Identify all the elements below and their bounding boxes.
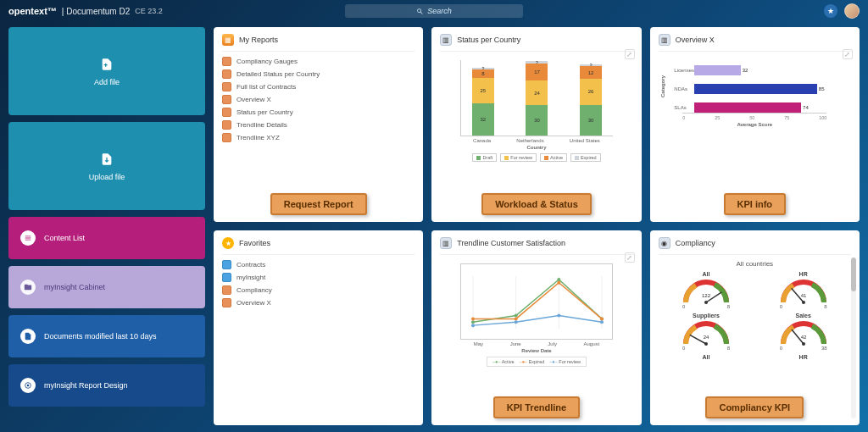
- report-item[interactable]: Full list of Contracts: [222, 82, 415, 91]
- chart-icon: ▥: [440, 34, 452, 46]
- search-input[interactable]: Search: [345, 4, 523, 18]
- svg-point-13: [600, 317, 604, 320]
- document-icon: [20, 329, 36, 344]
- report-label: Compliancy Gauges: [236, 58, 298, 65]
- svg-point-14: [471, 324, 475, 327]
- svg-text:42: 42: [800, 335, 806, 340]
- report-label: Trendline Details: [236, 121, 287, 129]
- brand-name: opentext™: [8, 6, 57, 16]
- report-item[interactable]: Trendline Details: [222, 120, 415, 130]
- svg-point-17: [600, 320, 604, 324]
- star-icon: ★: [222, 237, 234, 249]
- svg-text:24: 24: [704, 335, 709, 340]
- legend-item[interactable]: –●– For review: [549, 359, 581, 364]
- gauge-sales: Sales 42 038: [762, 313, 844, 351]
- sidebar-item-docs-modified[interactable]: Documents modified last 10 days: [8, 315, 205, 357]
- report-item[interactable]: Detailed Status per Country: [222, 69, 415, 79]
- favorite-label: Compliancy: [236, 286, 272, 294]
- version-label: CE 23.2: [135, 7, 163, 15]
- hbar-label: NDAs: [674, 86, 687, 91]
- annotation-kpi-trendline: KPI Trendline: [493, 396, 580, 418]
- gauge-all-2: All: [665, 354, 748, 360]
- x-axis-label: Review Date: [521, 348, 551, 353]
- svg-point-1: [27, 385, 30, 387]
- report-icon: [222, 95, 231, 104]
- report-item[interactable]: Compliancy Gauges: [222, 57, 415, 66]
- svg-point-6: [471, 320, 475, 324]
- hbar: SLAs74: [694, 102, 835, 113]
- favorite-icon: [222, 273, 231, 282]
- legend-item[interactable]: Draft: [472, 153, 497, 162]
- sidebar-item-label: myInsight Cabinet: [44, 283, 105, 291]
- gauge-title: HR: [799, 271, 808, 277]
- scrollbar[interactable]: [851, 258, 856, 418]
- hbar-label: SLAs: [674, 105, 686, 110]
- gauge-hr: HR 41 08: [762, 271, 844, 309]
- expand-icon[interactable]: ⤢: [625, 49, 635, 59]
- legend-item[interactable]: Expired: [570, 153, 601, 162]
- report-label: Status per Country: [236, 108, 293, 116]
- svg-point-11: [515, 317, 518, 320]
- favorite-label: Overview X: [236, 299, 271, 307]
- svg-point-7: [515, 314, 518, 318]
- favorite-item[interactable]: Overview X: [222, 298, 415, 307]
- sidebar-item-content-list[interactable]: Content List: [8, 217, 205, 259]
- tile-overview-x: ▥Overview X ⤢ Category Licenses32NDAs85S…: [650, 27, 860, 222]
- favorite-label: myInsight: [236, 274, 265, 281]
- report-icon: [222, 120, 231, 130]
- tile-title: My Reports: [239, 36, 278, 44]
- reports-icon: ▦: [222, 34, 234, 46]
- report-item[interactable]: Status per Country: [222, 108, 415, 117]
- gauge-title: All: [703, 271, 710, 277]
- sidebar-item-label: myInsight Report Design: [44, 381, 128, 390]
- upload-file-icon: [98, 151, 115, 168]
- sidebar-item-myinsight-cabinet[interactable]: myInsight Cabinet: [8, 266, 205, 308]
- add-file-label: Add file: [94, 78, 120, 86]
- report-item[interactable]: Overview X: [222, 95, 415, 104]
- expand-icon[interactable]: ⤢: [625, 252, 635, 263]
- favorite-item[interactable]: Compliancy: [222, 285, 415, 295]
- favorites-star-button[interactable]: ★: [824, 4, 837, 18]
- svg-point-8: [557, 278, 560, 281]
- report-label: Overview X: [236, 96, 271, 103]
- report-item[interactable]: Trendline XYZ: [222, 133, 415, 142]
- favorite-item[interactable]: Contracts: [222, 260, 415, 269]
- report-label: Trendline XYZ: [236, 134, 280, 141]
- legend-item[interactable]: –●– Active: [492, 359, 515, 364]
- expand-icon[interactable]: ⤢: [843, 49, 853, 59]
- annotation-compliancy-kpi: Compliancy KPI: [705, 396, 804, 418]
- upload-file-tile[interactable]: Upload file: [8, 122, 205, 210]
- hbar-label: Licenses: [674, 68, 694, 73]
- favorite-item[interactable]: myInsight: [222, 273, 415, 282]
- add-file-icon: [98, 56, 115, 73]
- line-chart: [460, 263, 613, 340]
- legend-item[interactable]: –●– Expired: [520, 359, 545, 364]
- legend-item[interactable]: Active: [540, 153, 567, 162]
- favorite-icon: [222, 260, 231, 269]
- stacked-bar: 3026122: [580, 64, 602, 136]
- hbar-value: 85: [819, 86, 825, 91]
- tile-favorites: ★Favorites ContractsmyInsightCompliancyO…: [214, 230, 423, 425]
- sidebar-item-report-design[interactable]: myInsight Report Design: [8, 364, 205, 407]
- gauge-suppliers: Suppliers 24 08: [665, 313, 748, 351]
- tile-title: Overview X: [676, 36, 715, 44]
- report-label: Detailed Status per Country: [236, 70, 320, 78]
- favorite-icon: [222, 298, 231, 307]
- hbar-value: 74: [803, 105, 809, 110]
- legend-item[interactable]: For review: [500, 153, 537, 162]
- target-icon: [20, 378, 36, 393]
- sidebar-item-label: Content List: [44, 234, 85, 242]
- hbar: NDAs85: [694, 84, 835, 94]
- app-header: opentext™ | Documentum D2 CE 23.2 Search…: [0, 0, 868, 22]
- folder-icon: [20, 280, 36, 295]
- search-placeholder: Search: [427, 7, 452, 15]
- product-name: | Documentum D2: [62, 7, 130, 16]
- report-label: Full list of Contracts: [236, 83, 296, 91]
- category-label: United States: [570, 138, 600, 143]
- add-file-tile[interactable]: Add file: [8, 27, 205, 115]
- annotation-workload-status: Workload & Status: [481, 193, 592, 215]
- gauges-subtitle: All countries: [659, 260, 851, 268]
- tile-title: Trendline Customer Satisfaction: [457, 239, 565, 247]
- hbar: Licenses32: [694, 65, 835, 75]
- user-avatar[interactable]: [844, 3, 860, 19]
